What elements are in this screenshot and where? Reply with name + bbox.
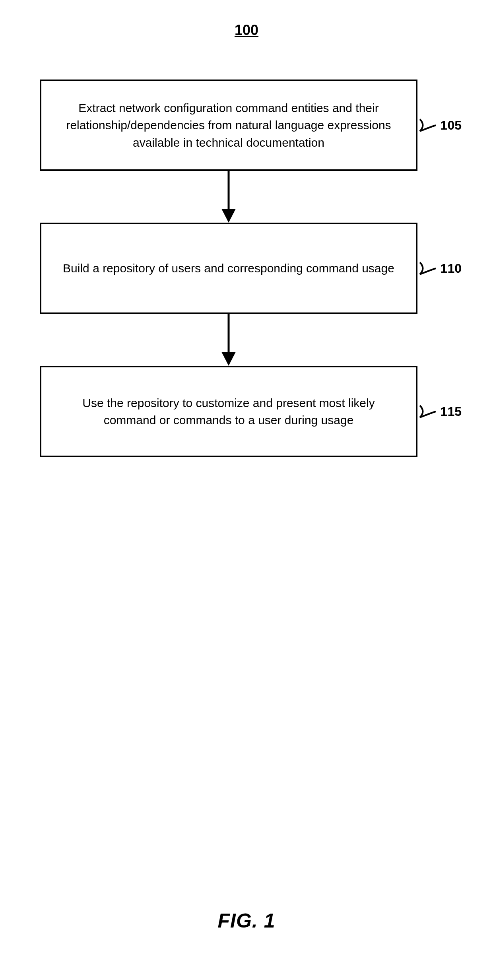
- step-label: 105: [441, 116, 462, 134]
- arrow-1: [40, 171, 417, 223]
- arrow-head-icon: [221, 352, 236, 366]
- step-label: 110: [441, 259, 462, 278]
- flowchart-container: Extract network configuration command en…: [40, 80, 417, 457]
- label-connector-icon: [418, 115, 438, 135]
- flowchart-step-3: Use the repository to customize and pres…: [40, 366, 417, 457]
- label-connector-icon: [418, 402, 438, 421]
- label-connector-icon: [418, 258, 438, 278]
- arrow-2: [40, 314, 417, 366]
- figure-caption: FIG. 1: [218, 909, 276, 932]
- arrow-line-icon: [228, 314, 230, 354]
- step-text: Extract network configuration command en…: [61, 99, 396, 151]
- arrow-line-icon: [228, 171, 230, 211]
- arrow-head-icon: [221, 209, 236, 223]
- figure-number: 100: [235, 22, 258, 39]
- step-label: 115: [441, 402, 462, 421]
- step-text: Use the repository to customize and pres…: [61, 394, 396, 429]
- flowchart-step-1: Extract network configuration command en…: [40, 80, 417, 171]
- flowchart-step-2: Build a repository of users and correspo…: [40, 223, 417, 314]
- step-text: Build a repository of users and correspo…: [63, 260, 394, 277]
